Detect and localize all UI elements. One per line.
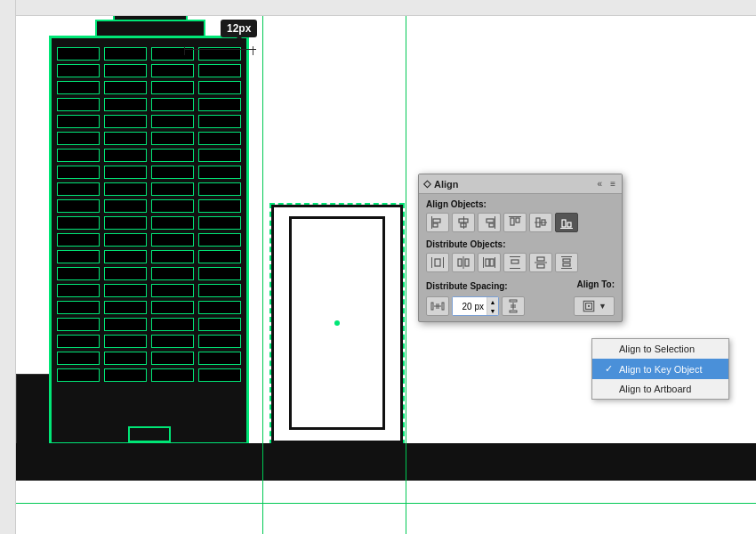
svg-rect-29 — [510, 268, 520, 269]
spacing-input-wrapper[interactable]: 20 px ▲ ▼ — [452, 296, 499, 316]
panel-controls[interactable]: « ≡ — [596, 179, 617, 189]
align-left-edges-button[interactable] — [426, 213, 449, 232]
svg-rect-6 — [495, 216, 495, 229]
vertical-ruler — [0, 0, 16, 534]
svg-rect-23 — [465, 259, 469, 266]
windows — [57, 47, 241, 382]
svg-rect-25 — [495, 257, 495, 268]
horizontal-ruler — [0, 0, 756, 16]
distribute-left-button[interactable] — [426, 253, 449, 272]
svg-rect-35 — [561, 268, 572, 269]
svg-rect-7 — [487, 219, 494, 222]
small-building-selection — [269, 203, 405, 445]
svg-rect-20 — [435, 259, 440, 266]
align-center-horizontal-button[interactable] — [452, 213, 475, 232]
align-to-dropdown-button[interactable]: ▼ — [574, 296, 615, 316]
artboard-check — [603, 384, 614, 394]
guide-vertical-1 — [262, 16, 263, 534]
svg-rect-16 — [562, 220, 566, 227]
align-objects-label: Align Objects: — [426, 199, 615, 209]
align-to-selection-label: Align to Selection — [619, 344, 695, 354]
spacing-down-button[interactable]: ▼ — [487, 306, 498, 315]
svg-rect-43 — [510, 300, 517, 302]
distribute-top-button[interactable] — [503, 253, 527, 272]
svg-rect-30 — [511, 260, 519, 263]
svg-rect-33 — [537, 264, 544, 268]
align-objects-row[interactable] — [426, 213, 615, 232]
center-dot — [334, 320, 340, 326]
svg-rect-22 — [458, 259, 462, 266]
align-to-button-wrap[interactable]: ▼ — [574, 296, 615, 316]
guide-horizontal — [16, 503, 756, 504]
spacing-up-button[interactable]: ▲ — [487, 297, 498, 306]
svg-rect-15 — [560, 228, 573, 229]
align-top-edges-button[interactable] — [503, 213, 527, 232]
distribute-center-v-button[interactable] — [529, 253, 552, 272]
second-box — [95, 20, 205, 37]
svg-rect-9 — [509, 216, 521, 217]
building-foot — [128, 426, 171, 442]
distribute-spacing-label: Distribute Spacing: — [426, 281, 508, 291]
door-opening — [289, 216, 385, 430]
main-body — [49, 36, 249, 445]
distribute-h-spacing-button[interactable] — [426, 296, 449, 316]
measure-arrow-left: | — [183, 44, 186, 55]
align-to-key-object-label: Align to Key Object — [619, 364, 703, 375]
align-to-key-object-item[interactable]: ✓ Align to Key Object — [592, 359, 728, 379]
measure-line — [185, 49, 256, 50]
distribute-right-button[interactable] — [478, 253, 501, 272]
canvas-area: 12px | | — [0, 0, 756, 534]
panel-menu-button[interactable]: ≡ — [608, 179, 617, 189]
svg-rect-0 — [431, 216, 432, 229]
ground-bar — [16, 443, 756, 481]
selection-check — [603, 344, 614, 354]
distribute-objects-label: Distribute Objects: — [426, 239, 615, 249]
align-bottom-edges-button[interactable] — [555, 213, 578, 232]
svg-rect-17 — [567, 222, 571, 227]
svg-rect-27 — [490, 259, 494, 266]
spacing-input[interactable]: 20 px — [453, 297, 487, 315]
distribute-bottom-button[interactable] — [555, 253, 578, 272]
distribute-objects-row[interactable] — [426, 253, 615, 272]
left-block-1 — [16, 374, 50, 445]
panel-title-text: ◇ Align — [423, 178, 459, 190]
svg-rect-44 — [510, 311, 517, 312]
panel-collapse-button[interactable]: « — [596, 179, 605, 189]
panel-titlebar: ◇ Align « ≡ — [419, 174, 622, 194]
svg-rect-39 — [442, 303, 444, 310]
align-to-dropdown[interactable]: Align to Selection ✓ Align to Key Object… — [591, 338, 729, 400]
svg-rect-24 — [483, 257, 484, 268]
bottom-section: Distribute Spacing: Align To: — [426, 279, 615, 293]
spacing-spinners[interactable]: ▲ ▼ — [487, 297, 498, 315]
svg-rect-31 — [535, 263, 547, 263]
distribute-center-h-button[interactable] — [452, 253, 475, 272]
measure-arrow-right: | — [252, 44, 254, 55]
svg-rect-8 — [489, 223, 494, 227]
svg-rect-38 — [431, 303, 433, 310]
align-right-edges-button[interactable] — [478, 213, 501, 232]
align-to-selection-item[interactable]: Align to Selection — [592, 339, 728, 359]
align-to-artboard-label: Align to Artboard — [619, 384, 691, 394]
svg-rect-19 — [443, 257, 444, 268]
spacing-controls-row: 20 px ▲ ▼ — [426, 296, 615, 316]
svg-rect-10 — [511, 218, 514, 225]
svg-rect-36 — [563, 259, 570, 262]
svg-rect-18 — [431, 257, 432, 268]
svg-point-50 — [588, 305, 590, 307]
svg-rect-37 — [563, 263, 570, 266]
guide-vertical-2 — [406, 16, 406, 534]
windows-grid — [52, 38, 246, 382]
svg-rect-28 — [510, 256, 520, 257]
align-center-vertical-button[interactable] — [529, 213, 552, 232]
distribute-spacing-section: Distribute Spacing: — [426, 281, 510, 291]
svg-rect-32 — [537, 257, 544, 261]
measurement-tooltip: 12px — [221, 20, 257, 37]
svg-rect-34 — [561, 256, 572, 257]
align-to-label: Align To: — [576, 279, 615, 289]
panel-title-label: Align — [434, 179, 459, 190]
distribute-v-spacing-button[interactable] — [502, 296, 525, 316]
spacing-buttons[interactable]: 20 px ▲ ▼ — [426, 296, 525, 316]
align-diamond-icon: ◇ — [423, 178, 430, 190]
align-to-artboard-item[interactable]: Align to Artboard — [592, 379, 728, 399]
key-object-check: ✓ — [603, 363, 614, 375]
